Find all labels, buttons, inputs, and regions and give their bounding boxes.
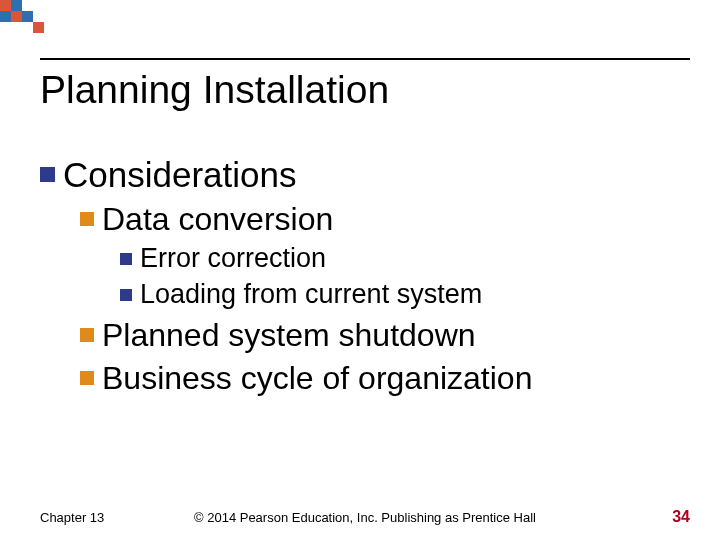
title-divider	[40, 58, 690, 60]
slide-title: Planning Installation	[40, 68, 389, 112]
bullet-level1: Considerations	[40, 152, 690, 195]
square-bullet-icon	[80, 212, 94, 226]
svg-rect-2	[0, 11, 11, 22]
square-bullet-icon	[80, 371, 94, 385]
svg-rect-1	[11, 0, 22, 11]
square-bullet-icon	[80, 328, 94, 342]
bullet-level2: Data conversion	[80, 199, 690, 238]
slide-body: Considerations Data conversion Error cor…	[40, 140, 690, 397]
corner-logo-icon	[0, 0, 58, 40]
svg-rect-3	[11, 11, 22, 22]
svg-rect-0	[0, 0, 11, 11]
bullet-level3: Error correction	[120, 242, 690, 274]
bullet-level2: Business cycle of organization	[80, 358, 690, 397]
square-bullet-icon	[120, 253, 132, 265]
bullet-level2: Planned system shutdown	[80, 315, 690, 354]
bullet-level3: Loading from current system	[120, 278, 690, 310]
svg-rect-4	[22, 11, 33, 22]
footer-copyright: © 2014 Pearson Education, Inc. Publishin…	[40, 510, 690, 525]
square-bullet-icon	[40, 167, 55, 182]
svg-rect-5	[33, 22, 44, 33]
slide-footer: Chapter 13 © 2014 Pearson Education, Inc…	[40, 508, 690, 526]
square-bullet-icon	[120, 289, 132, 301]
